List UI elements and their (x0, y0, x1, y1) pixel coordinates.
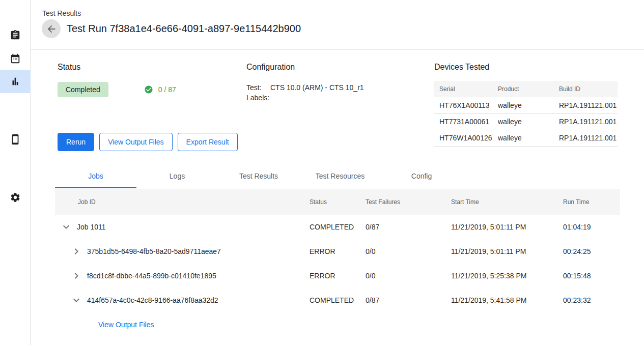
collapse-job-button[interactable] (60, 221, 72, 233)
device-row: HT7731A00061 walleye RP1A.191121.001 (434, 113, 618, 130)
tab-config[interactable]: Config (381, 164, 462, 188)
device-product: walleye (493, 113, 554, 130)
device-build: RP1A.191121.001 (554, 97, 618, 113)
configuration-heading: Configuration (246, 63, 434, 72)
device-row: HT76W1A00126 walleye RP1A.191121.001 (434, 130, 618, 146)
device-serial: HT7731A00061 (434, 113, 493, 130)
config-label: Test: (246, 82, 270, 93)
device-row: HT76X1A00113 walleye RP1A.191121.001 (434, 97, 618, 113)
job-status: ERROR (310, 272, 366, 280)
device-product: walleye (493, 97, 554, 113)
job-id: Job 1011 (77, 223, 106, 231)
content: Status Completed 0 / 87 Rerun View Outpu… (31, 50, 644, 337)
job-row: Job 1011 COMPLETED 0/87 11/21/2019, 5:01… (55, 215, 620, 239)
status-heading: Status (58, 63, 246, 72)
jobs-col-id: Job ID (55, 198, 310, 206)
collapse-attempt-button[interactable] (70, 294, 82, 306)
job-failures: 0/87 (366, 296, 451, 304)
config-label: Labels: (246, 93, 270, 103)
job-row: f8cd1c8f-dbbe-44a5-899b-c01410fe1895 ERR… (55, 264, 620, 288)
job-row: 414f657a-4c0c-42c8-9166-aa76f8aa32d2 COM… (55, 288, 620, 312)
status-line: Completed 0 / 87 (58, 82, 246, 97)
page-header: Test Results Test Run 7f38a1e4-6e66-4091… (31, 0, 644, 50)
device-product: walleye (493, 130, 554, 146)
tab-test-resources[interactable]: Test Resources (299, 164, 381, 188)
job-run-time: 01:04:19 (563, 223, 620, 231)
rerun-button[interactable]: Rerun (58, 133, 94, 151)
phone-icon (10, 134, 21, 145)
devices-section: Devices Tested Serial Product Build ID H… (434, 63, 618, 151)
configuration-section: Configuration Test:CTS 10.0 (ARM) - CTS … (246, 63, 434, 151)
devices-heading: Devices Tested (434, 63, 618, 72)
expand-attempt-button[interactable] (70, 245, 82, 257)
jobs-col-start: Start Time (451, 198, 563, 206)
sidebar-item-schedule[interactable] (0, 47, 31, 70)
job-link-row: View Output Files (55, 312, 620, 337)
job-id: 375b1d55-6498-4fb5-8a20-5ad9711aeae7 (87, 247, 221, 255)
devices-col-serial: Serial (434, 81, 493, 97)
clipboard-icon (10, 30, 21, 41)
device-serial: HT76W1A00126 (434, 130, 493, 146)
job-start-time: 11/21/2019, 5:41:58 PM (451, 296, 563, 304)
status-badge: Completed (58, 82, 108, 97)
jobs-col-failures: Test Failures (366, 198, 451, 206)
main-area: Test Results Test Run 7f38a1e4-6e66-4091… (31, 0, 644, 345)
configuration-rows: Test:CTS 10.0 (ARM) - CTS 10_r1 Labels: (246, 82, 434, 103)
title-row: Test Run 7f38a1e4-6e66-4091-a897-9e11544… (42, 19, 301, 38)
job-id: 414f657a-4c0c-42c8-9166-aa76f8aa32d2 (87, 296, 218, 304)
device-build: RP1A.191121.001 (554, 130, 618, 146)
expand-attempt-button[interactable] (70, 270, 82, 282)
sidebar-item-devices[interactable] (0, 128, 31, 151)
tab-jobs[interactable]: Jobs (55, 164, 136, 188)
jobs-table: Job ID Status Test Failures Start Time R… (55, 189, 620, 337)
job-start-time: 11/21/2019, 5:01:11 PM (451, 223, 563, 231)
tab-logs[interactable]: Logs (136, 164, 218, 188)
view-output-files-link[interactable]: View Output Files (98, 321, 154, 329)
view-output-files-button[interactable]: View Output Files (99, 133, 172, 151)
sidebar-item-test-plans[interactable] (0, 23, 31, 47)
devices-header-row: Serial Product Build ID (434, 81, 618, 97)
job-failures: 0/0 (366, 272, 451, 280)
sidebar-item-test-results[interactable] (0, 70, 31, 93)
devices-col-build: Build ID (554, 81, 618, 97)
sidebar (0, 0, 31, 345)
job-status: COMPLETED (310, 296, 366, 304)
job-id: f8cd1c8f-dbbe-44a5-899b-c01410fe1895 (87, 272, 216, 280)
job-run-time: 00:15:48 (563, 272, 620, 280)
job-start-time: 11/21/2019, 5:01:11 PM (451, 247, 563, 255)
config-value: CTS 10.0 (ARM) - CTS 10_r1 (270, 83, 364, 92)
tab-bar: Jobs Logs Test Results Test Resources Co… (55, 164, 620, 188)
config-row-test: Test:CTS 10.0 (ARM) - CTS 10_r1 (246, 82, 434, 93)
chevron-down-icon (60, 221, 72, 233)
export-result-button[interactable]: Export Result (178, 133, 238, 151)
chevron-right-icon (70, 270, 82, 282)
info-row: Status Completed 0 / 87 Rerun View Outpu… (58, 63, 644, 151)
jobs-col-run: Run Time (563, 198, 620, 206)
device-build: RP1A.191121.001 (554, 113, 618, 130)
chevron-right-icon (70, 245, 82, 257)
arrow-back-icon (46, 23, 57, 35)
chevron-down-icon (70, 294, 82, 306)
job-start-time: 11/21/2019, 5:25:38 PM (451, 272, 563, 280)
sidebar-item-settings[interactable] (0, 186, 31, 209)
action-buttons: Rerun View Output Files Export Result (58, 133, 246, 151)
job-row: 375b1d55-6498-4fb5-8a20-5ad9711aeae7 ERR… (55, 239, 620, 264)
devices-col-product: Product (493, 81, 554, 97)
page-title: Test Run 7f38a1e4-6e66-4091-a897-9e11544… (67, 23, 301, 35)
failure-count-text: 0 / 87 (158, 85, 176, 94)
check-circle-icon (144, 85, 153, 94)
job-status: ERROR (310, 247, 366, 255)
device-serial: HT76X1A00113 (434, 97, 493, 113)
calendar-icon (10, 53, 21, 64)
jobs-col-status: Status (310, 198, 366, 206)
devices-table: Serial Product Build ID HT76X1A00113 wal… (434, 81, 618, 147)
bar-chart-icon (10, 76, 21, 87)
config-row-labels: Labels: (246, 93, 434, 103)
job-run-time: 00:24:25 (563, 247, 620, 255)
failure-count: 0 / 87 (144, 85, 176, 94)
job-run-time: 00:23:32 (563, 296, 620, 304)
gear-icon (10, 192, 21, 203)
tab-test-results[interactable]: Test Results (218, 164, 299, 188)
back-button[interactable] (42, 19, 61, 38)
app: Test Results Test Run 7f38a1e4-6e66-4091… (0, 0, 644, 345)
